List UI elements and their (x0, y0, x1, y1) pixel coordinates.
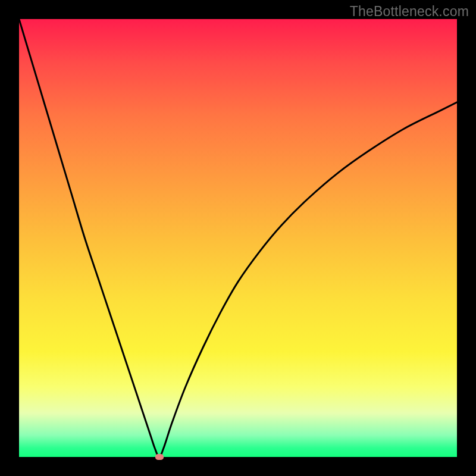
curve-path (19, 19, 457, 457)
optimal-marker (155, 454, 164, 460)
plot-area (19, 19, 457, 457)
bottleneck-curve (19, 19, 457, 457)
watermark-text: TheBottleneck.com (350, 4, 469, 20)
chart-frame: TheBottleneck.com (0, 0, 476, 476)
